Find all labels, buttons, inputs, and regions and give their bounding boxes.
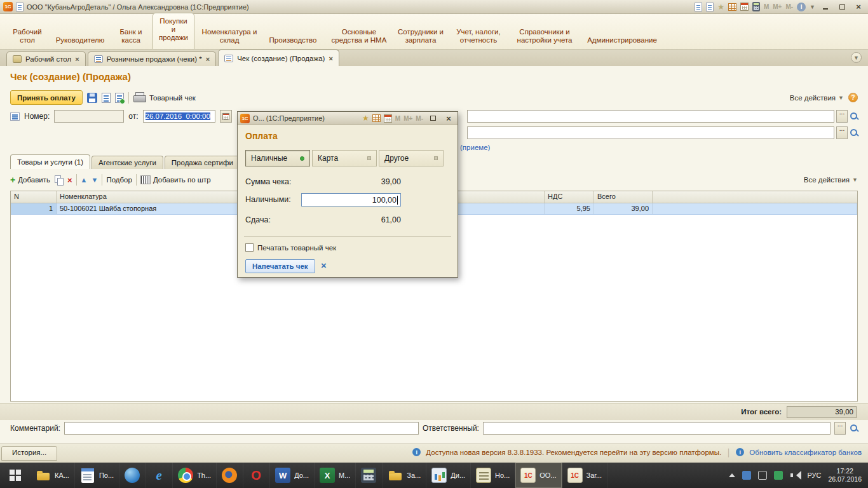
- taskbar-item-firefox[interactable]: [217, 463, 243, 488]
- settlements-link[interactable]: (приеме): [460, 144, 490, 151]
- save-icon[interactable]: [87, 93, 97, 103]
- ribbon-item-accounting-taxes[interactable]: Учет, налоги, отчетность: [451, 28, 506, 44]
- ribbon-item-administration[interactable]: Администрирование: [583, 36, 661, 44]
- method-cash-button[interactable]: Наличные: [245, 150, 310, 166]
- hidden-icons-chevron[interactable]: [729, 473, 735, 477]
- start-button[interactable]: [0, 463, 31, 488]
- calendar-icon[interactable]: [384, 114, 392, 123]
- chevron-down-icon[interactable]: ▼: [810, 4, 815, 10]
- ribbon-item-bank-cash[interactable]: Банк и касса: [116, 28, 146, 44]
- calendar-picker-button[interactable]: [220, 110, 232, 123]
- ribbon-item-production[interactable]: Производство: [264, 36, 322, 44]
- tray-network-icon[interactable]: [758, 471, 767, 480]
- tray-app-icon[interactable]: [742, 471, 751, 480]
- table-icon[interactable]: [728, 3, 736, 11]
- search-icon[interactable]: [850, 424, 859, 433]
- taskbar-item-1c-second[interactable]: Заг...: [562, 463, 608, 488]
- minimize-button[interactable]: [819, 2, 832, 12]
- post-document-icon[interactable]: [102, 93, 111, 103]
- choose-button[interactable]: ...: [836, 126, 848, 139]
- taskbar-item-chrome[interactable]: Th...: [173, 463, 217, 488]
- printer-icon[interactable]: [133, 95, 145, 103]
- pick-button[interactable]: Подбор: [106, 176, 132, 184]
- delete-row-icon[interactable]: ×: [67, 176, 72, 184]
- responsible-input[interactable]: [483, 422, 831, 435]
- service-doc2-icon[interactable]: [706, 3, 714, 11]
- taskbar-item-folder[interactable]: КА...: [31, 463, 75, 488]
- update-banks-link[interactable]: Обновить классификатор банков: [749, 449, 862, 456]
- table-icon[interactable]: [372, 114, 381, 122]
- tab-desktop[interactable]: Рабочий стол ×: [6, 51, 86, 66]
- form-menu-icon[interactable]: [10, 112, 20, 121]
- info-button[interactable]: i: [797, 3, 806, 11]
- dialog-cancel-x-button[interactable]: ×: [321, 260, 327, 271]
- volume-icon[interactable]: [790, 471, 800, 480]
- tab-close-icon[interactable]: ×: [206, 55, 210, 63]
- add-by-barcode-button[interactable]: Добавить по штр: [140, 175, 211, 184]
- close-button[interactable]: ×: [852, 2, 865, 12]
- taskbar-item-1c-active[interactable]: ОО...: [515, 463, 562, 488]
- number-input[interactable]: [54, 110, 124, 123]
- ribbon-item-nomenclature-warehouse[interactable]: Номенклатура и склад: [201, 28, 258, 44]
- tray-app2-icon[interactable]: [774, 471, 783, 480]
- taskbar-item-word[interactable]: До...: [270, 463, 315, 488]
- warehouse-input[interactable]: [467, 126, 834, 139]
- memory-mminus-button[interactable]: M-: [785, 3, 793, 10]
- ribbon-item-manager[interactable]: Руководителю: [51, 36, 109, 44]
- memory-m-button[interactable]: M: [764, 3, 769, 10]
- choose-button[interactable]: ...: [834, 422, 846, 435]
- taskbar-item-notepad[interactable]: По...: [75, 463, 119, 488]
- column-header-total[interactable]: Всего: [594, 191, 653, 203]
- dialog-maximize-button[interactable]: [426, 113, 439, 123]
- dialog-close-button[interactable]: ×: [442, 113, 455, 123]
- column-header-vat[interactable]: НДС: [545, 191, 594, 203]
- ribbon-item-desktop[interactable]: Рабочий стол: [10, 28, 44, 44]
- all-actions-button[interactable]: Все действия▼: [790, 94, 844, 102]
- column-header-num[interactable]: N: [11, 191, 57, 203]
- method-other-button[interactable]: Другое: [379, 150, 444, 166]
- add-row-button[interactable]: +Добавить: [10, 175, 50, 184]
- copy-row-icon[interactable]: [54, 175, 64, 185]
- favorites-star-icon[interactable]: ★: [717, 3, 724, 11]
- choose-button[interactable]: ...: [836, 110, 848, 123]
- move-down-icon[interactable]: ▼: [92, 177, 98, 184]
- ribbon-item-purchases-sales[interactable]: Покупки и продажи: [153, 13, 194, 49]
- tab-close-icon[interactable]: ×: [329, 55, 332, 62]
- move-up-icon[interactable]: ▲: [81, 177, 88, 184]
- post-and-close-icon[interactable]: [115, 93, 124, 103]
- taskbar-item-excel[interactable]: М...: [315, 463, 356, 488]
- taskbar-item-calculator[interactable]: [356, 463, 383, 488]
- cash-amount-input[interactable]: 100,00: [301, 193, 401, 207]
- ribbon-item-employees-salary[interactable]: Сотрудники и зарплата: [397, 28, 445, 44]
- accept-payment-button[interactable]: Принять оплату: [10, 90, 83, 105]
- tab-retail-sales[interactable]: Розничные продажи (чеки) * ×: [88, 51, 216, 66]
- tab-agent-services[interactable]: Агентские услуги: [92, 156, 163, 169]
- taskbar-item-opera[interactable]: [243, 463, 270, 488]
- calculator-icon[interactable]: [752, 2, 760, 11]
- ribbon-item-directories-settings[interactable]: Справочники и настройки учета: [512, 28, 577, 44]
- calendar-icon[interactable]: [740, 3, 749, 11]
- goods-receipt-button[interactable]: Товарный чек: [149, 94, 196, 102]
- favorites-star-icon[interactable]: ★: [362, 114, 369, 122]
- taskbar-item-ie[interactable]: [146, 463, 173, 488]
- print-goods-checkbox[interactable]: [245, 243, 254, 252]
- memory-mplus-button[interactable]: M+: [773, 3, 782, 10]
- tab-check-creation[interactable]: Чек (создание) (Продажа) ×: [218, 50, 339, 66]
- ribbon-item-fixed-assets[interactable]: Основные средства и НМА: [328, 28, 390, 44]
- date-input[interactable]: 26.07.2016 0:00:00: [143, 110, 215, 123]
- tabs-overflow-button[interactable]: ▼: [851, 52, 862, 63]
- taskbar-item-browser[interactable]: [119, 463, 146, 488]
- history-button[interactable]: История...: [1, 446, 57, 461]
- comment-input[interactable]: [64, 422, 419, 435]
- print-check-button[interactable]: Напечатать чек: [245, 259, 315, 273]
- tab-goods-services[interactable]: Товары и услуги (1): [10, 154, 90, 169]
- search-icon[interactable]: [850, 128, 859, 138]
- tab-close-icon[interactable]: ×: [75, 55, 79, 63]
- maximize-button[interactable]: [836, 2, 848, 12]
- taskbar-item-chart[interactable]: Ди...: [426, 463, 471, 488]
- taskbar-item-notes[interactable]: Но...: [471, 463, 515, 488]
- grid-all-actions-button[interactable]: Все действия▼: [804, 176, 858, 184]
- counterparty-input[interactable]: [467, 110, 834, 123]
- taskbar-item-folder2[interactable]: За...: [383, 463, 426, 488]
- method-card-button[interactable]: Карта: [312, 150, 377, 166]
